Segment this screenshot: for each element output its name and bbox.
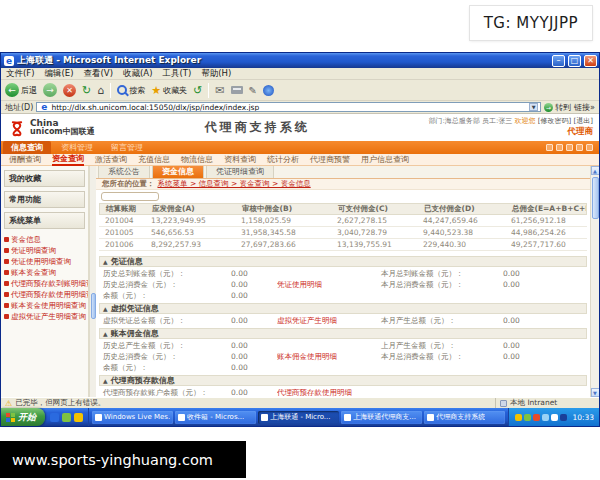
system-tray: 10:33 (508, 408, 599, 426)
task-button-收件箱 - Micros...[interactable]: 收件箱 - Micros... (175, 411, 256, 424)
maximize-button[interactable] (568, 55, 581, 67)
favorites-button[interactable]: ★收藏夹 (151, 84, 187, 97)
tray-icon-0[interactable] (515, 414, 522, 421)
sidebar-link-凭证使用明细查询[interactable]: 凭证使用明细查询 (1, 256, 88, 267)
nav-quick-icon-2[interactable] (566, 144, 573, 151)
sidebar-link-代理商预存款到账明细查询[interactable]: 代理商预存款到账明细查询 (1, 278, 88, 289)
go-button[interactable]: → 转到 (544, 102, 571, 113)
content-tab-资金信息[interactable]: 资金信息 (152, 166, 204, 178)
history-button[interactable]: ↺ (193, 84, 202, 97)
quick-launch-icon-1[interactable] (62, 413, 71, 422)
detail-link-代理商预存款使用明细[interactable]: 代理商预存款使用明细 (277, 388, 381, 397)
messenger-button[interactable] (263, 85, 274, 96)
nav-tab-留言管理[interactable]: 留言管理 (103, 141, 151, 154)
sidebar-section-常用功能[interactable]: 常用功能 (4, 191, 85, 208)
start-button[interactable]: 开始 (1, 408, 45, 426)
sidebar-link-资金信息[interactable]: 资金信息 (1, 234, 88, 245)
section-header-凭证信息[interactable]: ▲凭证信息 (99, 256, 587, 267)
detail-link-虚拟凭证产生明细[interactable]: 虚拟凭证产生明细 (277, 316, 381, 325)
close-button[interactable] (584, 55, 597, 67)
task-button-上海联通 - Micro...[interactable]: 上海联通 - Micro... (258, 411, 339, 424)
main-scroll-thumb[interactable] (592, 177, 599, 219)
search-button[interactable]: 搜索 (117, 85, 145, 96)
menu-item-收藏(A)[interactable]: 收藏(A) (123, 68, 152, 80)
menu-item-编辑(E)[interactable]: 编辑(E) (45, 68, 74, 80)
section-header-代理商预存款信息[interactable]: ▲代理商预存款信息 (99, 375, 587, 386)
nav-quick-icon-1[interactable] (556, 144, 563, 151)
address-input[interactable]: e http://dlx.sh.unicom.local:15050/dlx/j… (36, 102, 541, 112)
minimize-button[interactable] (552, 55, 565, 67)
mini-select-box[interactable] (101, 192, 159, 201)
subnav-佣酬查询[interactable]: 佣酬查询 (9, 154, 41, 165)
content-tab-系统公告[interactable]: 系统公告 (98, 166, 150, 178)
tray-icon-3[interactable] (542, 414, 549, 421)
quick-launch-icon-2[interactable] (74, 413, 83, 422)
scroll-down-icon[interactable]: ▼ (591, 388, 600, 397)
table-row[interactable]: 20100413,223,949.951,158,025.592,627,278… (99, 215, 587, 227)
forward-button[interactable]: → (43, 83, 57, 97)
tray-icon-1[interactable] (524, 414, 531, 421)
main-scrollbar[interactable]: ▲ ▼ (590, 166, 599, 397)
content-tab-凭证明细查询[interactable]: 凭证明细查询 (206, 166, 274, 178)
nav-quick-icon-0[interactable] (546, 144, 553, 151)
tray-icon-5[interactable] (560, 414, 567, 421)
sidebar-link-账本资金使用明细查询[interactable]: 账本资金使用明细查询 (1, 300, 88, 311)
refresh-button[interactable]: ↻ (82, 84, 91, 97)
section-header-虚拟凭证信息[interactable]: ▲虚拟凭证信息 (99, 303, 587, 314)
edit-button[interactable]: ✎ (249, 84, 257, 97)
breadcrumb-path[interactable]: 系统菜单 > 信息查询 > 资金查询 > 资金信息 (158, 179, 311, 189)
stop-button[interactable]: ✕ (63, 84, 76, 97)
subnav-物流信息[interactable]: 物流信息 (181, 154, 213, 165)
subnav-代理商预警[interactable]: 代理商预警 (310, 154, 350, 165)
field-value-right: 0.00 (503, 352, 587, 361)
subnav-充值信息[interactable]: 充值信息 (138, 154, 170, 165)
detail-link-账本佣金使用明细[interactable]: 账本佣金使用明细 (277, 352, 381, 361)
subnav-统计分析[interactable]: 统计分析 (267, 154, 299, 165)
nav-quick-icon-4[interactable] (586, 144, 593, 151)
task-button-代理商支持系统[interactable]: 代理商支持系统 (424, 411, 505, 424)
menu-item-查看(V)[interactable]: 查看(V) (84, 68, 113, 80)
tray-icon-4[interactable] (551, 414, 558, 421)
task-button-上海联通代理商支...[interactable]: 上海联通代理商支... (341, 411, 422, 424)
nav-tab-信息查询[interactable]: 信息查询 (3, 141, 51, 154)
table-row[interactable]: 2010068,292,257.9327,697,283.6613,139,75… (99, 239, 587, 251)
field-value: 0.00 (231, 363, 277, 372)
address-dropdown-icon[interactable]: ▼ (529, 103, 538, 111)
print-button[interactable] (231, 86, 243, 94)
refresh-icon: ↻ (82, 84, 91, 97)
window-titlebar[interactable]: e 上海联通 - Microsoft Internet Explorer (1, 53, 599, 68)
status-bar: ⚠ 已完毕，但网页上有错误。 本地 Intranet (1, 397, 599, 408)
field-value: 0.00 (231, 388, 277, 397)
sidebar-link-账本资金查询[interactable]: 账本资金查询 (1, 267, 88, 278)
mail-button[interactable]: ✉ (215, 84, 224, 97)
menu-item-文件(F)[interactable]: 文件(F) (6, 68, 35, 80)
detail-link-凭证使用明细[interactable]: 凭证使用明细 (277, 280, 381, 289)
task-button-Windows Live Mes...[interactable]: Windows Live Mes... (92, 411, 173, 424)
sidebar-scrollbar[interactable] (89, 166, 96, 397)
quick-launch-icon-0[interactable] (50, 413, 59, 422)
subnav-用户信息查询[interactable]: 用户信息查询 (361, 154, 409, 165)
subnav-激活查询[interactable]: 激活查询 (95, 154, 127, 165)
section-header-账本佣金信息[interactable]: ▲账本佣金信息 (99, 328, 587, 339)
sidebar-link-虚拟凭证产生明细查询[interactable]: 虚拟凭证产生明细查询 (1, 311, 88, 322)
nav-quick-icon-3[interactable] (576, 144, 583, 151)
menu-item-工具(T)[interactable]: 工具(T) (162, 68, 191, 80)
sidebar-link-代理商预存款使用明细查询[interactable]: 代理商预存款使用明细查询 (1, 289, 88, 300)
sidebar-section-我的收藏[interactable]: 我的收藏 (4, 170, 85, 187)
sidebar-section-系统菜单[interactable]: 系统菜单 (4, 212, 85, 229)
subnav-资金查询[interactable]: 资金查询 (52, 153, 84, 166)
field-label-right: 上月产生金额（元）： (381, 341, 503, 350)
menu-item-帮助(H)[interactable]: 帮助(H) (201, 68, 231, 80)
scroll-up-icon[interactable]: ▲ (591, 166, 600, 175)
links-label[interactable]: 链接» (574, 102, 595, 113)
table-row[interactable]: 201005546,656.5331,958,345.583,040,728.7… (99, 227, 587, 239)
tray-icon-2[interactable] (533, 414, 540, 421)
window-icon (95, 414, 102, 421)
sidebar-link-凭证明细查询[interactable]: 凭证明细查询 (1, 245, 88, 256)
subnav-资料查询[interactable]: 资料查询 (224, 154, 256, 165)
logout-link[interactable]: [退出] (574, 117, 593, 125)
home-button[interactable]: ⌂ (97, 84, 104, 97)
change-password-link[interactable]: [修改密码] (538, 117, 571, 125)
back-button[interactable]: ←后退 (5, 83, 37, 97)
sidebar-scroll-thumb[interactable] (91, 293, 96, 319)
